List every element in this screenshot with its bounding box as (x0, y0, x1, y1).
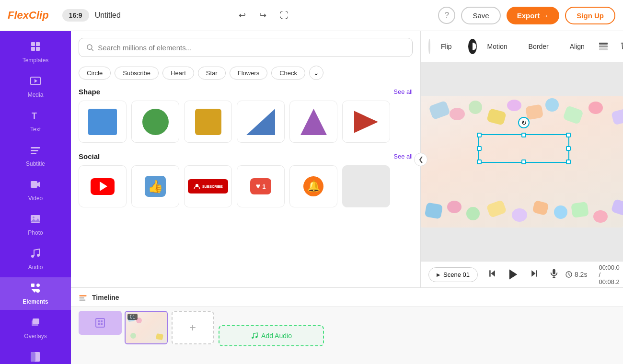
handle-br[interactable] (566, 159, 571, 164)
shape-purple-triangle[interactable] (289, 101, 337, 143)
like-count: 1 (262, 183, 265, 190)
svg-rect-3 (36, 47, 40, 51)
sidebar-item-subtitle[interactable]: Subtitle (0, 139, 71, 172)
tag-circle[interactable]: Circle (79, 67, 111, 80)
main-layout: Templates Media T Text Subtitle Video (0, 31, 623, 364)
sidebar-item-video[interactable]: Video (0, 174, 71, 206)
layers-button[interactable] (595, 37, 611, 56)
add-audio-button[interactable]: Add Audio (219, 325, 324, 346)
scene-number: 01 (127, 314, 138, 320)
skip-forward-button[interactable] (526, 267, 543, 283)
social-see-all[interactable]: See all (393, 153, 413, 160)
handle-ml[interactable] (477, 146, 482, 151)
play-icon (507, 268, 520, 281)
document-title[interactable]: Untitled (95, 11, 229, 20)
delete-button[interactable] (617, 38, 623, 56)
sidebar-item-bkground[interactable]: BKground (0, 346, 71, 364)
shape-blue-rect-visual (88, 109, 117, 135)
shape-pink-partial[interactable] (342, 101, 390, 143)
social-grid: 👍 SUBSCRIBE ♥ (79, 165, 413, 207)
help-button[interactable]: ? (438, 7, 455, 24)
signup-button[interactable]: Sign Up (565, 7, 615, 24)
play-button[interactable] (507, 266, 520, 283)
tag-check[interactable]: Check (271, 67, 305, 80)
handle-tm[interactable] (521, 133, 526, 137)
tag-flowers[interactable]: Flowers (230, 67, 268, 80)
selection-box[interactable]: ↻ (478, 134, 569, 163)
social-heart-like[interactable]: ♥ 1 (237, 165, 285, 207)
more-tags-button[interactable]: ⌄ (309, 66, 323, 80)
right-area: Flip Motion Border Align (421, 31, 623, 287)
candy-purple-2 (611, 199, 623, 216)
svg-rect-7 (31, 147, 40, 148)
add-scene-button[interactable]: + (172, 311, 214, 344)
shape-title: Shape (79, 88, 100, 96)
trash-icon (620, 41, 623, 50)
save-button[interactable]: Save (461, 7, 500, 24)
collapse-panel-button[interactable]: ❮ (414, 153, 427, 166)
sidebar-templates-label: Templates (23, 57, 49, 64)
align-button[interactable]: Align (565, 40, 589, 53)
border-button[interactable]: Border (524, 40, 554, 53)
svg-rect-31 (599, 43, 608, 45)
handle-mr[interactable] (566, 146, 571, 151)
playback-controls: ▶ Scene 01 (421, 261, 623, 287)
scene-placeholder[interactable] (79, 311, 122, 335)
logo-flex: Flex (8, 9, 29, 21)
handle-bm[interactable] (521, 159, 526, 164)
handle-tr[interactable] (566, 133, 571, 137)
sidebar-photo-label: Photo (28, 229, 43, 236)
sidebar-text-label: Text (30, 126, 41, 133)
motion-button[interactable]: Motion (483, 40, 512, 53)
youtube-icon (91, 178, 115, 195)
handle-tl[interactable] (477, 133, 482, 137)
shape-see-all[interactable]: See all (393, 88, 413, 95)
sidebar-item-audio[interactable]: Audio (0, 243, 71, 275)
rotate-handle[interactable]: ↻ (518, 117, 530, 128)
flip-button[interactable]: Flip (436, 40, 457, 53)
color-dark-circle[interactable] (468, 39, 477, 54)
scene-label: Scene 01 (443, 271, 470, 278)
ratio-badge[interactable]: 16:9 (62, 9, 89, 22)
tag-heart[interactable]: Heart (162, 67, 194, 80)
color-picker[interactable] (428, 39, 430, 54)
svg-rect-37 (553, 269, 555, 274)
fullscreen-button[interactable]: ⛶ (276, 9, 292, 23)
shape-blue-rect[interactable] (79, 101, 127, 143)
sidebar-item-templates[interactable]: Templates (0, 36, 71, 68)
sidebar-item-photo[interactable]: Photo (0, 208, 71, 241)
search-input[interactable] (98, 44, 405, 52)
svg-marker-35 (509, 270, 517, 280)
candy-thumb-3 (130, 333, 136, 339)
svg-marker-27 (246, 109, 275, 135)
handle-bl[interactable] (477, 159, 482, 164)
shape-blue-triangle[interactable] (237, 101, 285, 143)
social-more[interactable] (342, 165, 390, 207)
candy-pink-2 (588, 102, 603, 114)
sidebar-item-text[interactable]: T Text (0, 105, 71, 137)
half-circle-icon (468, 42, 477, 51)
undo-button[interactable]: ↩ (235, 8, 250, 23)
tag-subscribe[interactable]: Subscribe (115, 67, 159, 80)
scene-thumb-1[interactable]: 01 (125, 311, 168, 344)
sidebar-item-media[interactable]: Media (0, 70, 71, 103)
export-button[interactable]: Export → (507, 7, 560, 24)
redo-button[interactable]: ↪ (255, 8, 270, 23)
social-bell[interactable]: 🔔 (289, 165, 337, 207)
shape-yellow-rect[interactable] (184, 101, 232, 143)
canvas[interactable]: ↻ (421, 96, 623, 228)
social-subscribe[interactable]: SUBSCRIBE (184, 165, 232, 207)
purple-triangle-icon (300, 109, 327, 135)
heart-like-icon: ♥ 1 (250, 178, 272, 194)
shape-green-circle[interactable] (131, 101, 179, 143)
social-youtube[interactable] (79, 165, 127, 207)
sidebar-item-overlays[interactable]: Overlays (0, 312, 71, 344)
social-thumbsup[interactable]: 👍 (131, 165, 179, 207)
svg-rect-9 (31, 153, 36, 154)
scene-button[interactable]: ▶ Scene 01 (428, 267, 478, 282)
skip-back-button[interactable] (484, 267, 501, 283)
search-bar[interactable] (79, 38, 413, 57)
sidebar-item-elements[interactable]: Elements (0, 277, 71, 310)
mic-button[interactable] (549, 268, 559, 281)
tag-star[interactable]: Star (198, 67, 226, 80)
